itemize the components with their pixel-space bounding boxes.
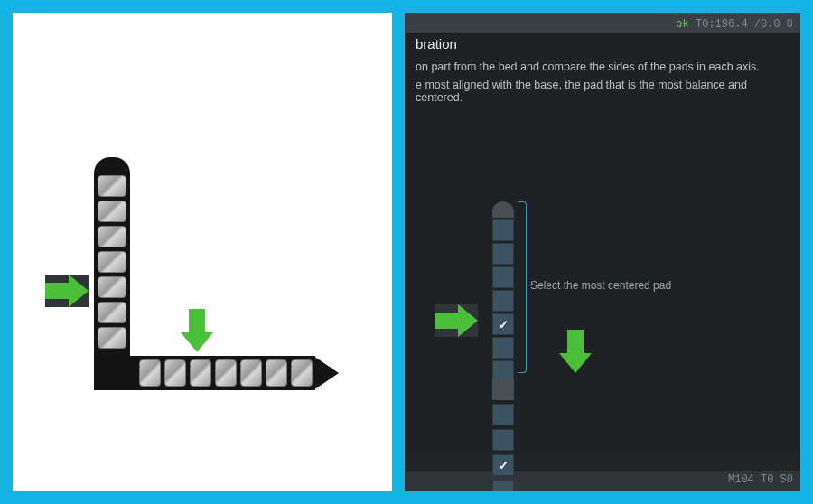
calibration-print-photo (13, 13, 392, 491)
photo-pad-v (98, 251, 126, 273)
photo-pad-v (98, 276, 126, 298)
horizontal-pad-3[interactable] (492, 480, 514, 491)
photo-pad-h (215, 359, 237, 387)
horizontal-pad-row (491, 377, 516, 491)
photo-pad-h (266, 359, 287, 387)
dialog-title: bration (416, 36, 790, 51)
arrow-down-icon (181, 309, 213, 352)
terminal-top-line: ok ok T0:196.4 /0.0 0T0:196.4 /0.0 0 (676, 18, 793, 31)
print-arrow-tip (313, 356, 339, 390)
vertical-pad-2[interactable] (492, 266, 514, 288)
software-pane: ok ok T0:196.4 /0.0 0T0:196.4 /0.0 0 M10… (405, 13, 800, 491)
column-cap (492, 201, 514, 218)
row-corner (492, 378, 514, 400)
vertical-pad-3[interactable] (492, 290, 514, 312)
arrow-right-icon (435, 304, 478, 337)
horizontal-pad-1[interactable] (492, 429, 514, 451)
photo-pad-h (164, 359, 186, 387)
arrow-right-icon (45, 275, 89, 307)
photo-pad-h (139, 359, 161, 387)
arrow-down-icon (559, 330, 592, 373)
vertical-pad-0[interactable] (492, 219, 514, 241)
photo-pane (13, 13, 392, 491)
dialog-line-1: on part from the bed and compare the sid… (416, 61, 790, 73)
photo-pad-v (98, 302, 126, 323)
terminal-bottom-line: M104 T0 S0 (728, 473, 793, 486)
photo-pad-h (240, 359, 262, 387)
vertical-pad-4[interactable] (492, 313, 514, 335)
photo-pad-h (190, 359, 211, 387)
dialog-line-2: e most aligned with the base, the pad th… (416, 79, 790, 104)
photo-pad-v (98, 201, 126, 222)
photo-pad-v (98, 226, 126, 247)
horizontal-pad-0[interactable] (492, 404, 514, 425)
photo-pad-v (98, 327, 126, 349)
vertical-pad-1[interactable] (492, 243, 514, 265)
vertical-pad-column (491, 200, 516, 384)
photo-pad-h (291, 359, 313, 387)
photo-pad-v (98, 175, 126, 197)
horizontal-pad-2[interactable] (492, 454, 514, 476)
hint-label: Select the most centered pad (530, 279, 671, 292)
vertical-pad-5[interactable] (492, 337, 514, 359)
calibration-dialog: bration on part from the bed and compare… (405, 33, 800, 471)
bracket-line (518, 201, 527, 373)
